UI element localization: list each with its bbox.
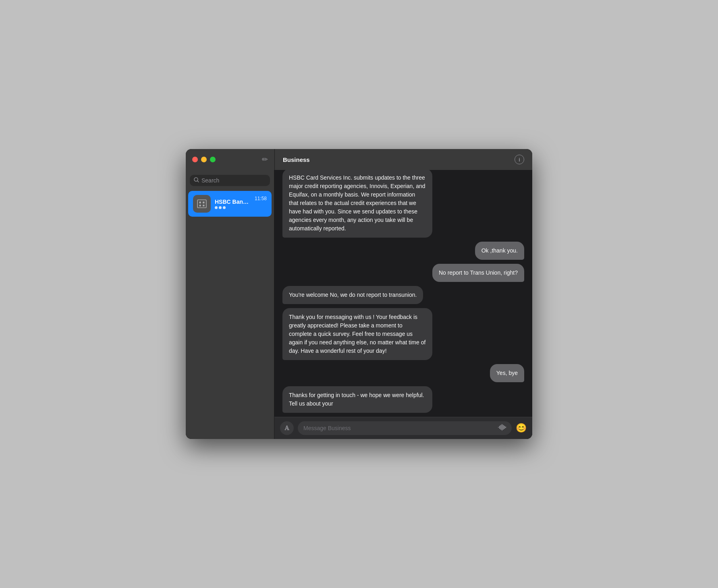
emoji-button[interactable]: 😊: [516, 423, 527, 433]
svg-rect-6: [203, 205, 204, 206]
message-bubble-msg4: You're welcome No, we do not report to t…: [282, 286, 423, 304]
chat-header: Business i: [274, 149, 532, 170]
conversation-preview: [215, 206, 251, 209]
title-bar: ✏ Business i: [186, 149, 532, 170]
message-input-wrap: [298, 421, 512, 435]
typing-dot-3: [223, 206, 226, 209]
svg-rect-3: [199, 202, 201, 203]
typing-dot-2: [219, 206, 222, 209]
conversation-time: 11:58: [255, 196, 267, 201]
conversation-details: HSBC Bank USA: [215, 199, 251, 209]
search-bar[interactable]: [190, 175, 270, 186]
app-store-icon: 𝔸: [285, 425, 289, 432]
avatar: [193, 195, 211, 213]
main-content: HSBC Bank USA 11:58 HSBC Card Services I…: [186, 170, 532, 439]
search-icon: [194, 177, 199, 184]
typing-dot-1: [215, 206, 218, 209]
maximize-button[interactable]: [210, 157, 216, 162]
svg-rect-5: [199, 205, 201, 206]
message-bubble-msg7: Thanks for getting in touch - we hope we…: [282, 386, 432, 413]
svg-rect-2: [197, 200, 206, 208]
messages-window: ✏ Business i: [186, 149, 532, 439]
message-bubble-msg1: HSBC Card Services Inc. submits updates …: [282, 170, 432, 238]
svg-line-1: [197, 181, 199, 182]
app-store-button[interactable]: 𝔸: [280, 421, 294, 435]
chat-title: Business: [283, 156, 310, 163]
close-button[interactable]: [192, 157, 198, 162]
input-bar: 𝔸: [274, 417, 532, 439]
traffic-lights-area: ✏: [186, 155, 274, 164]
message-bubble-msg5: Thank you for messaging with us ! Your f…: [282, 308, 432, 360]
compose-button[interactable]: ✏: [262, 155, 268, 164]
audio-waveform-icon[interactable]: [498, 424, 506, 432]
svg-rect-4: [203, 202, 204, 203]
search-input[interactable]: [201, 177, 266, 184]
sidebar: HSBC Bank USA 11:58: [186, 170, 274, 439]
typing-indicator: [215, 206, 226, 209]
minimize-button[interactable]: [201, 157, 207, 162]
messages-list: HSBC Card Services Inc. submits updates …: [274, 170, 532, 417]
info-button[interactable]: i: [515, 155, 524, 164]
chat-area: HSBC Card Services Inc. submits updates …: [274, 170, 532, 439]
conversation-name: HSBC Bank USA: [215, 199, 251, 205]
message-bubble-msg3: No report to Trans Union, right?: [432, 264, 524, 282]
message-bubble-msg6: Yes, bye: [490, 364, 524, 382]
message-bubble-msg2: Ok ,thank you.: [475, 242, 524, 260]
message-input[interactable]: [303, 425, 495, 431]
conversation-item-hsbc[interactable]: HSBC Bank USA 11:58: [188, 191, 272, 217]
